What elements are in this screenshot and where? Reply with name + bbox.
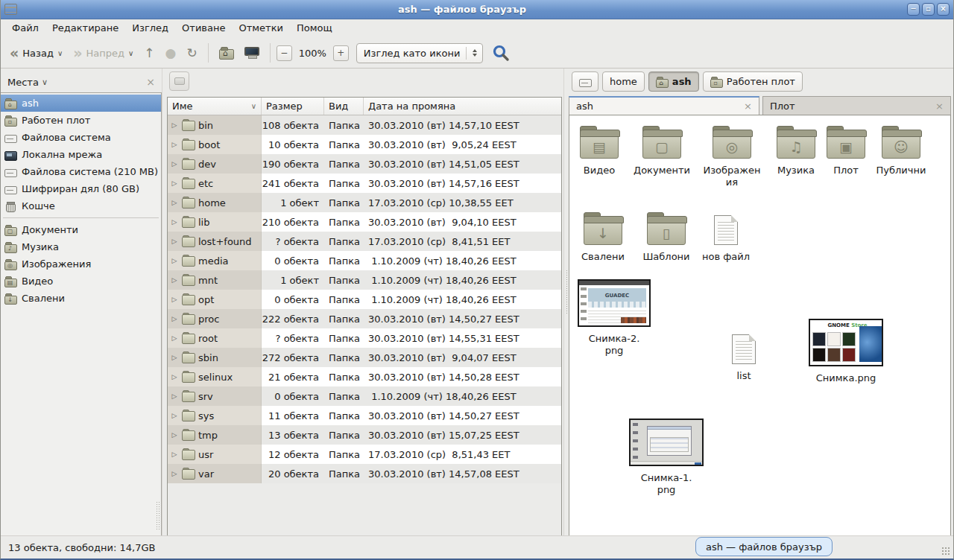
folder-item-templates[interactable]: ▯ Шаблони (638, 211, 695, 263)
pane-divider[interactable] (162, 69, 165, 535)
sidebar-item-downloads[interactable]: ↓ Свалени (1, 290, 161, 307)
table-row[interactable]: ▷opt 0 обектаПапка 1.10.2009 (чт) 18,40,… (168, 290, 561, 309)
window-resize-grip[interactable] (941, 547, 951, 556)
folder-item-desktop[interactable]: ▣ Плот (818, 124, 874, 176)
table-row[interactable]: ▷usr 12 обектаПапка17.03.2010 (ср) 8,51,… (168, 445, 561, 464)
folder-item-pictures[interactable]: ◎ Изображен ия (704, 124, 760, 188)
places-selector[interactable]: Места (7, 77, 39, 88)
column-header-size[interactable]: Размер (262, 98, 324, 115)
up-button[interactable]: ↑ (139, 42, 159, 63)
tab-plot[interactable]: Плот × (762, 96, 951, 115)
back-history-dropdown-icon[interactable]: ∨ (57, 49, 63, 57)
breadcrumb-desktop-button[interactable]: ▫ Работен плот (703, 71, 803, 92)
table-row[interactable]: ▷sys 11 обектаПапка30.03.2010 (вт) 14,50… (168, 406, 561, 425)
chevron-down-icon[interactable]: ∨ (42, 77, 48, 87)
table-row[interactable]: ▷proc 222 обектаПапка30.03.2010 (вт) 14,… (168, 309, 561, 328)
table-row[interactable]: ▷var 20 обектаПапка30.03.2010 (вт) 14,57… (168, 464, 561, 483)
sidebar-item-desktop[interactable]: ▫ Работен плот (1, 112, 161, 129)
table-row[interactable]: ▷home 1 обектПапка17.03.2010 (ср) 10,38,… (168, 193, 561, 212)
sidebar-item-local-network[interactable]: Локална мрежа (1, 146, 161, 163)
titlebar[interactable]: ash — файлов браузър ─ ▫ × (1, 0, 953, 19)
file-item-new-file[interactable]: нов файл (698, 211, 754, 263)
search-icon[interactable] (492, 44, 510, 62)
expander-icon[interactable]: ▷ (171, 431, 178, 439)
close-sidebar-icon[interactable]: × (146, 76, 155, 88)
sidebar-item-encrypted-80gb[interactable]: Шифриран дял (80 GB) (1, 180, 161, 197)
expander-icon[interactable]: ▷ (171, 334, 178, 342)
menu-bookmarks[interactable]: Отметки (232, 19, 289, 38)
breadcrumb-root-button[interactable] (572, 71, 598, 92)
expander-icon[interactable]: ▷ (171, 315, 178, 322)
expander-icon[interactable]: ▷ (171, 257, 178, 264)
expander-icon[interactable]: ▷ (171, 160, 178, 168)
close-icon[interactable]: × (937, 3, 950, 16)
file-item-snimka[interactable]: GNOME Store Снимка.png (806, 319, 885, 384)
table-row[interactable]: ▷srv 0 обектаПапка 1.10.2009 (чт) 18,40,… (168, 386, 561, 406)
table-row[interactable]: ▷lost+found ? обектаПапка17.03.2010 (ср)… (168, 232, 561, 251)
tab-ash[interactable]: ash × (569, 96, 759, 115)
folder-item-downloads[interactable]: ↓ Свалени (575, 211, 631, 263)
view-mode-select[interactable]: Изглед като икони (356, 43, 484, 63)
reload-button[interactable]: ↻ (182, 42, 201, 63)
pane-resize-grip[interactable] (156, 501, 159, 529)
expander-icon[interactable]: ▷ (171, 218, 178, 226)
expander-icon[interactable]: ▷ (171, 238, 178, 245)
expander-icon[interactable]: ▷ (171, 179, 178, 187)
table-row[interactable]: ▷bin 108 обектаПапка30.03.2010 (вт) 14,5… (168, 115, 561, 135)
sidebar-item-filesystem[interactable]: Файлова система (1, 129, 161, 146)
expander-icon[interactable]: ▷ (171, 470, 178, 477)
close-tab-icon[interactable]: × (929, 101, 944, 112)
forward-button[interactable]: » Напред ∨ (69, 43, 138, 63)
table-row[interactable]: ▷root ? обектаПапка30.03.2010 (вт) 14,55… (168, 328, 561, 348)
expander-icon[interactable]: ▷ (171, 373, 178, 381)
expander-icon[interactable]: ▷ (171, 141, 178, 148)
file-item-list[interactable]: list (716, 330, 772, 382)
table-row[interactable]: ▷sbin 272 обектаПапка30.03.2010 (вт) 9,0… (168, 348, 561, 367)
expander-icon[interactable]: ▷ (171, 121, 178, 129)
file-item-snimka2[interactable]: GUADEC Снимка-2. png (577, 279, 651, 357)
home-button[interactable] (215, 43, 238, 63)
sidebar-item-ash[interactable]: ⌂ ash (1, 95, 161, 112)
sidebar-item-filesystem-210mb[interactable]: Файлова система (210 MB) (1, 163, 161, 180)
table-row[interactable]: ▷media 0 обектаПапка 1.10.2009 (чт) 18,4… (168, 251, 561, 270)
expander-icon[interactable]: ▷ (171, 296, 178, 303)
sidebar-item-documents[interactable]: ▢ Документи (1, 221, 161, 238)
breadcrumb-home-button[interactable]: home (602, 71, 645, 92)
table-row[interactable]: ▷mnt 1 обектПапка 1.10.2009 (чт) 18,40,2… (168, 270, 561, 290)
menu-view[interactable]: Изглед (125, 19, 175, 38)
file-item-snimka1[interactable]: Снимка-1. png (627, 419, 706, 496)
table-row[interactable]: ▷tmp 13 обектаПапка30.03.2010 (вт) 15,07… (168, 425, 561, 445)
column-header-type[interactable]: Вид (324, 98, 364, 115)
expander-icon[interactable]: ▷ (171, 276, 178, 284)
expander-icon[interactable]: ▷ (171, 199, 178, 206)
table-row[interactable]: ▷dev 190 обектаПапка30.03.2010 (вт) 14,5… (168, 154, 561, 174)
tree-location-button[interactable] (169, 71, 189, 91)
table-row[interactable]: ▷lib 210 обектаПапка30.03.2010 (вт) 9,04… (168, 212, 561, 232)
menu-go[interactable]: Отиване (175, 19, 232, 38)
stop-button[interactable]: ● (161, 42, 181, 63)
breadcrumb-ash-button[interactable]: ⌂ ash (648, 71, 699, 92)
expander-icon[interactable]: ▷ (171, 412, 178, 419)
computer-button[interactable] (240, 43, 264, 63)
zoom-out-button[interactable]: − (277, 45, 292, 61)
table-row[interactable]: ▷selinux 21 обектаПапка30.03.2010 (вт) 1… (168, 367, 561, 386)
menu-edit[interactable]: Редактиране (45, 19, 125, 38)
expander-icon[interactable]: ▷ (171, 392, 178, 400)
sidebar-item-video[interactable]: ▤ Видео (1, 273, 161, 290)
menu-help[interactable]: Помощ (290, 19, 339, 38)
sidebar-item-trash[interactable]: Кошче (1, 197, 161, 214)
close-tab-icon[interactable]: × (738, 101, 752, 112)
minimize-icon[interactable]: ─ (907, 3, 920, 16)
icon-view[interactable]: ▤ Видео ▢ Документи ◎ Изображен ия ♫ Муз… (569, 115, 951, 535)
sidebar-item-music[interactable]: ♪ Музика (1, 238, 161, 255)
menu-file[interactable]: Файл (5, 19, 45, 38)
zoom-in-button[interactable]: + (333, 45, 349, 61)
expander-icon[interactable]: ▷ (171, 354, 178, 361)
pane-divider-handle[interactable] (563, 69, 569, 535)
sidebar-item-pictures[interactable]: ◎ Изображения (1, 255, 161, 273)
maximize-icon[interactable]: ▫ (922, 3, 935, 16)
folder-item-public[interactable]: ☺ Публични (873, 124, 929, 176)
back-button[interactable]: « Назад ∨ (5, 43, 67, 63)
table-row[interactable]: ▷boot 10 обектаПапка30.03.2010 (вт) 9,05… (168, 135, 561, 154)
expander-icon[interactable]: ▷ (171, 451, 178, 458)
